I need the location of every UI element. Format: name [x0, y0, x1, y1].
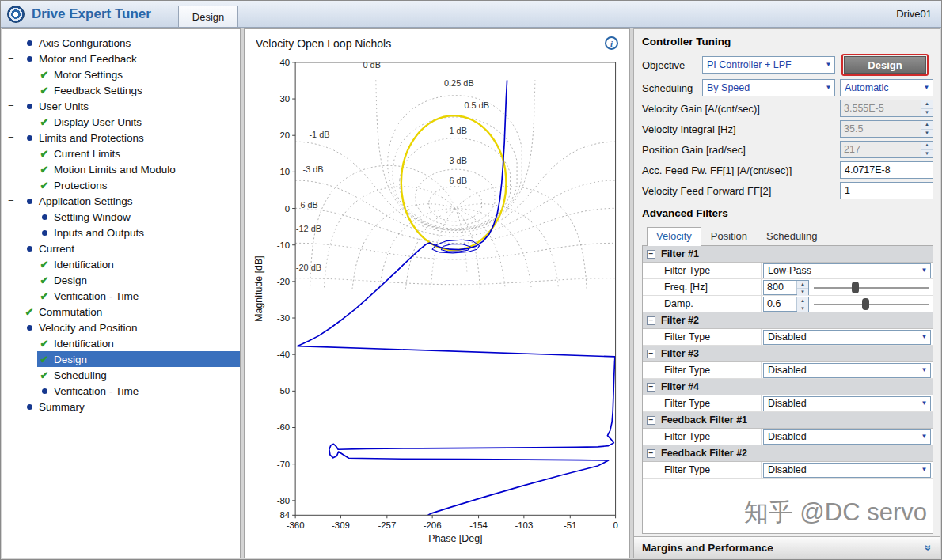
design-button[interactable]: Design [844, 56, 926, 74]
chevron-down-icon[interactable]: ▼ [918, 462, 930, 478]
chevron-down-icon[interactable]: ▼ [918, 362, 930, 378]
freq-slider[interactable] [812, 281, 931, 294]
tree-item-velocity-and-position[interactable]: −Velocity and Position [2, 320, 240, 335]
collapse-icon[interactable]: − [647, 250, 655, 259]
spinner-up-icon: ▲ [797, 297, 808, 305]
slider-thumb[interactable] [862, 298, 869, 310]
acc-feed-forward-input[interactable]: 4.0717E-8 [840, 161, 933, 179]
tree-item-commutation[interactable]: ✔Commutation [2, 304, 240, 320]
chevron-down-icon[interactable]: ▼ [921, 80, 933, 96]
chevron-down-icon[interactable]: ▼ [918, 263, 930, 278]
damp-spinner[interactable]: 0.6▲▼ [763, 297, 809, 312]
double-chevron-down-icon[interactable]: » [923, 545, 936, 551]
filter-group-header[interactable]: −Feedback Filter #1 [643, 412, 933, 429]
tree-item-design[interactable]: ✔Design [2, 272, 240, 288]
collapse-icon[interactable]: − [647, 316, 655, 325]
freq-spinner[interactable]: 800▲▼ [763, 280, 809, 295]
info-icon[interactable]: i [605, 36, 618, 50]
tree-item-application-settings[interactable]: −Application Settings [2, 193, 240, 209]
scheduling-dropdown[interactable]: By Speed ▼ [702, 79, 835, 96]
chevron-down-icon[interactable]: ▼ [918, 429, 930, 445]
svg-text:10: 10 [279, 167, 290, 176]
tree-item-display-user-units[interactable]: ✔Display User Units [2, 114, 240, 130]
tab-position[interactable]: Position [701, 227, 757, 245]
chevron-down-icon[interactable]: ▼ [918, 329, 930, 345]
filter-row: Filter TypeDisabled▼ [643, 329, 933, 346]
filter-type-dropdown[interactable]: Disabled▼ [763, 463, 931, 478]
chevron-down-icon[interactable]: ▼ [822, 80, 834, 96]
navigation-tree: Axis Configurations−Motor and Feedback✔M… [2, 28, 241, 558]
svg-text:-80: -80 [277, 496, 291, 505]
tree-item-label: Design [54, 354, 87, 365]
collapse-icon[interactable]: − [8, 320, 22, 335]
collapse-icon[interactable]: − [8, 194, 22, 208]
filter-type-dropdown[interactable]: Disabled▼ [763, 429, 931, 445]
slider-thumb[interactable] [852, 282, 859, 293]
scheduling-mode-dropdown[interactable]: Automatic ▼ [840, 79, 933, 96]
svg-text:1 dB: 1 dB [449, 126, 466, 135]
tree-item-axis-configurations[interactable]: Axis Configurations [2, 35, 240, 51]
svg-text:6 dB: 6 dB [449, 176, 466, 185]
tree-item-identification[interactable]: ✔Identification [2, 256, 240, 272]
tree-item-motor-and-feedback[interactable]: −Motor and Feedback [2, 51, 240, 66]
collapse-icon[interactable]: − [8, 131, 22, 145]
objective-dropdown[interactable]: PI Controller + LPF ▼ [702, 56, 835, 74]
collapse-icon[interactable]: − [647, 383, 655, 392]
position-gain-label: Position Gain [rad/sec] [642, 144, 840, 156]
tree-item-protections[interactable]: ✔Protections [2, 177, 240, 193]
filter-type-dropdown[interactable]: Disabled▼ [763, 363, 931, 378]
tree-item-limits-and-protections[interactable]: −Limits and Protections [2, 130, 240, 146]
tree-item-current[interactable]: −Current [2, 240, 240, 256]
tab-velocity[interactable]: Velocity [647, 227, 701, 246]
app-title: Drive Expert Tuner [32, 6, 151, 22]
chevron-down-icon[interactable]: ▼ [918, 395, 930, 411]
svg-text:40: 40 [279, 58, 290, 67]
tree-item-body: ✔Display User Units [37, 114, 240, 130]
tree-item-label: Feedback Settings [54, 85, 142, 96]
filter-type-value: Disabled [768, 331, 918, 342]
damp-slider[interactable] [812, 297, 931, 311]
tree-item-verification-time[interactable]: Verification - Time [2, 383, 240, 399]
filter-group-header[interactable]: −Filter #4 [643, 379, 933, 395]
chart-header: Velocity Open Loop Nichols i [245, 29, 629, 50]
filter-type-value: Disabled [768, 431, 918, 442]
collapse-icon[interactable]: − [647, 416, 655, 425]
bullet-icon [22, 135, 36, 141]
collapse-icon[interactable]: − [8, 241, 22, 255]
tree-item-identification[interactable]: ✔Identification [2, 335, 240, 351]
tree-item-body: Motor and Feedback [22, 51, 240, 66]
tree-item-user-units[interactable]: −User Units [2, 98, 240, 114]
filter-group-header[interactable]: −Feedback Filter #2 [643, 445, 933, 462]
filter-row-label: Filter Type [643, 263, 762, 278]
filter-group-header[interactable]: −Filter #3 [643, 346, 933, 362]
svg-text:-257: -257 [378, 520, 396, 530]
tab-scheduling[interactable]: Scheduling [757, 227, 826, 245]
tree-item-motor-settings[interactable]: ✔Motor Settings [2, 66, 240, 82]
filter-type-dropdown[interactable]: Disabled▼ [763, 396, 931, 411]
tree-item-verification-time[interactable]: ✔Verification - Time [2, 288, 240, 304]
tree-item-current-limits[interactable]: ✔Current Limits [2, 146, 240, 161]
svg-text:0.25 dB: 0.25 dB [444, 78, 474, 88]
svg-text:-20 dB: -20 dB [296, 263, 321, 272]
collapse-icon[interactable]: − [8, 51, 22, 66]
drive-name: Drive01 [896, 8, 932, 20]
tab-design[interactable]: Design [178, 6, 238, 27]
chevron-down-icon[interactable]: ▼ [822, 57, 834, 73]
filter-group-header[interactable]: −Filter #2 [643, 312, 933, 329]
collapse-icon[interactable]: − [647, 449, 655, 458]
tree-item-scheduling[interactable]: ✔Scheduling [2, 367, 240, 383]
margins-performance-bar[interactable]: Margins and Performance » [634, 536, 940, 558]
tree-item-design[interactable]: ✔Design [2, 351, 240, 367]
collapse-icon[interactable]: − [647, 350, 655, 358]
filter-group-header[interactable]: −Filter #1 [643, 246, 933, 263]
filter-type-dropdown[interactable]: Low-Pass▼ [763, 263, 931, 278]
tree-item-inputs-and-outputs[interactable]: Inputs and Outputs [2, 225, 240, 240]
tree-item-label: Verification - Time [54, 290, 139, 302]
collapse-icon[interactable]: − [8, 99, 22, 113]
filter-type-dropdown[interactable]: Disabled▼ [763, 330, 931, 345]
tree-item-motion-limits-and-modulo[interactable]: ✔Motion Limits and Modulo [2, 161, 240, 177]
tree-item-settling-window[interactable]: Settling Window [2, 209, 240, 225]
velocity-feed-forward-input[interactable]: 1 [840, 182, 933, 199]
tree-item-summary[interactable]: Summary [2, 399, 240, 414]
tree-item-feedback-settings[interactable]: ✔Feedback Settings [2, 82, 240, 98]
